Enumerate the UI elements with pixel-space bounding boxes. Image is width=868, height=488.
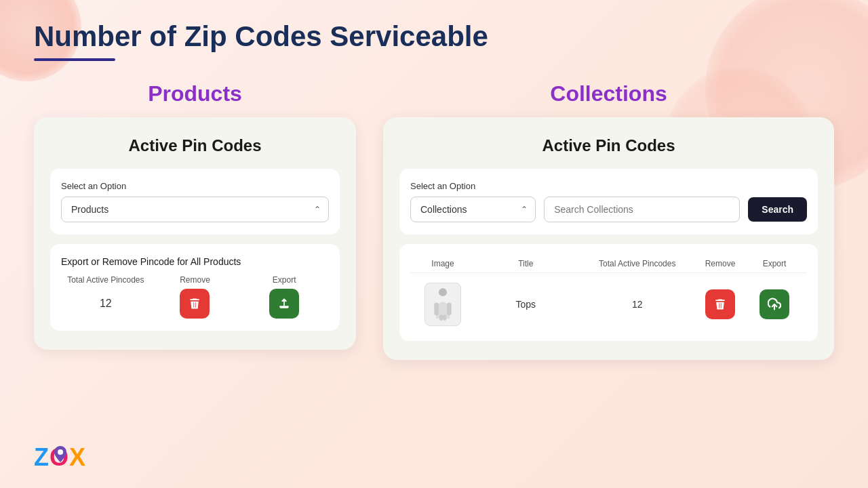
title-header: Title — [470, 259, 582, 268]
products-remove-cell — [151, 289, 240, 319]
product-image — [425, 283, 461, 326]
total-active-cell: 12 — [582, 299, 694, 310]
location-pin-icon — [53, 445, 68, 464]
products-select-box: Select an Option Products Collections ⌃ — [50, 169, 340, 235]
export-header: Export — [239, 275, 329, 285]
products-active-count: 12 — [61, 298, 151, 310]
collection-remove-button[interactable] — [705, 289, 735, 319]
upload-icon — [277, 297, 291, 310]
collections-select-label: Select an Option — [410, 181, 807, 191]
collections-controls: Select an Option Collections Products ⌃ … — [399, 169, 818, 235]
products-card: Active Pin Codes Select an Option Produc… — [34, 117, 356, 350]
products-select-wrapper: Products Collections ⌃ — [61, 197, 329, 222]
logo-x: X — [69, 443, 85, 472]
collections-card-title: Active Pin Codes — [399, 136, 818, 155]
export-remove-title: Export or Remove Pincode for All Product… — [61, 256, 329, 267]
collections-table-header: Image Title Total Active Pincodes Remove… — [410, 255, 807, 273]
products-select-label: Select an Option — [61, 181, 329, 191]
image-cell — [416, 283, 470, 326]
item-title: Tops — [515, 299, 536, 310]
products-panel: Products Active Pin Codes Select an Opti… — [34, 81, 356, 350]
search-button[interactable]: Search — [748, 197, 807, 222]
remove-header: Remove — [151, 275, 240, 285]
collections-select[interactable]: Collections Products — [410, 197, 536, 222]
collections-controls-row: Collections Products ⌃ Search — [410, 197, 807, 222]
export-action-cell — [747, 289, 802, 319]
collection-export-button[interactable] — [760, 289, 789, 319]
collections-panel: Collections Active Pin Codes Select an O… — [383, 81, 834, 360]
remove-col-header: Remove — [693, 259, 747, 268]
collections-card: Active Pin Codes Select an Option Collec… — [383, 117, 834, 360]
page-title: Number of Zip Codes Serviceable — [34, 20, 834, 53]
table-row: Tops 12 — [410, 279, 807, 330]
search-collections-input[interactable] — [544, 197, 740, 222]
products-export-cell — [239, 289, 329, 319]
products-table-header: Total Active Pincodes Remove Export — [61, 275, 329, 285]
collections-table: Image Title Total Active Pincodes Remove… — [399, 244, 818, 341]
logo: Z O X — [34, 443, 85, 472]
products-export-remove-box: Export or Remove Pincode for All Product… — [50, 244, 340, 331]
image-header: Image — [416, 259, 470, 268]
products-export-button[interactable] — [269, 289, 299, 319]
products-card-title: Active Pin Codes — [50, 136, 340, 155]
svg-rect-3 — [434, 302, 439, 315]
title-underline — [34, 58, 115, 61]
svg-rect-5 — [439, 314, 443, 321]
remove-action-cell — [693, 289, 747, 319]
trash-icon — [713, 298, 727, 311]
products-remove-button[interactable] — [180, 289, 210, 319]
svg-rect-6 — [443, 314, 446, 321]
person-silhouette-icon — [431, 286, 454, 323]
total-active-header: Total Active Pincodes — [582, 259, 694, 268]
upload-icon — [768, 298, 781, 311]
svg-point-2 — [439, 288, 447, 296]
logo-z: Z — [34, 443, 48, 472]
svg-point-8 — [58, 449, 63, 455]
products-table-row: 12 — [61, 289, 329, 319]
panels-row: Products Active Pin Codes Select an Opti… — [34, 81, 834, 360]
collections-select-wrapper: Collections Products ⌃ — [410, 197, 536, 222]
export-col-header: Export — [747, 259, 802, 268]
collections-heading: Collections — [550, 81, 667, 106]
products-select[interactable]: Products Collections — [61, 197, 329, 222]
title-cell: Tops — [470, 299, 582, 310]
products-heading: Products — [148, 81, 242, 106]
item-count: 12 — [632, 299, 643, 310]
total-pincodes-header: Total Active Pincodes — [61, 275, 151, 285]
trash-icon — [188, 297, 201, 310]
svg-rect-4 — [447, 302, 452, 315]
